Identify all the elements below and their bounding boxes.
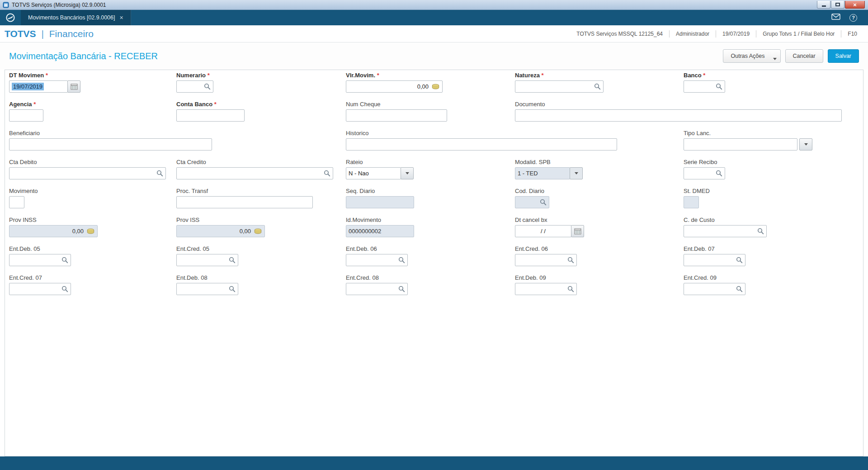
id-movimento-input: 0000000002 — [346, 225, 414, 237]
tab-close-icon[interactable]: × — [119, 14, 123, 21]
search-icon[interactable] — [398, 286, 405, 292]
field-c-de-custo: C. de Custo — [684, 216, 767, 237]
st-dmed-label: St. DMED — [684, 188, 710, 195]
natureza-input[interactable] — [515, 80, 604, 93]
beneficiario-label: Beneficiario — [9, 130, 212, 137]
outras-acoes-button[interactable]: Outras Ações — [723, 49, 780, 63]
movimento-input[interactable] — [9, 196, 24, 208]
num-cheque-input[interactable] — [346, 109, 447, 122]
search-icon[interactable] — [156, 170, 163, 177]
cta-debito-label: Cta Debito — [9, 159, 166, 166]
calendar-button[interactable] — [571, 225, 584, 237]
historico-input[interactable] — [346, 138, 617, 150]
cod-diario-label-text: Cod. Diario — [515, 188, 544, 194]
dropdown-button[interactable] — [401, 167, 414, 179]
ent-cred-09-input[interactable] — [684, 283, 745, 295]
search-icon[interactable] — [594, 83, 601, 90]
search-icon[interactable] — [204, 83, 211, 90]
search-icon[interactable] — [61, 257, 68, 263]
numerario-input[interactable] — [176, 80, 213, 93]
ent-deb-05-input[interactable] — [9, 254, 71, 266]
proc-transf-label-text: Proc. Transf — [176, 188, 208, 194]
ent-cred-05-input[interactable] — [176, 254, 238, 266]
page-toolbar: Movimentação Bancária - RECEBER Outras A… — [0, 42, 868, 70]
search-icon[interactable] — [736, 286, 743, 292]
required-asterisk: * — [375, 72, 379, 79]
dt-movimen-input[interactable]: 19/07/2019 — [9, 80, 68, 93]
search-icon[interactable] — [324, 170, 330, 177]
id-movimento-label-text: Id.Movimento — [346, 216, 381, 223]
vlr-movim-input[interactable]: 0,00 — [346, 80, 443, 93]
beneficiario-input[interactable] — [9, 138, 212, 150]
mail-icon[interactable] — [831, 14, 840, 22]
chevron-down-icon — [804, 143, 808, 146]
ent-deb-09-input[interactable] — [515, 283, 577, 295]
proc-transf-label: Proc. Transf — [176, 188, 313, 195]
dt-cancel-bx-input[interactable]: / / — [515, 225, 571, 237]
prov-iss-label-text: Prov ISS — [176, 216, 199, 223]
search-icon[interactable] — [757, 228, 764, 235]
help-icon[interactable]: ? — [849, 14, 857, 22]
search-icon[interactable] — [229, 286, 236, 292]
historico-label-text: Historico — [346, 130, 369, 136]
ent-deb-06-input[interactable] — [346, 254, 408, 266]
documento-input[interactable] — [515, 109, 842, 122]
calendar-button[interactable] — [67, 80, 80, 93]
ent-cred-08-input[interactable] — [346, 283, 408, 295]
tipo-lanc-input[interactable] — [684, 138, 797, 150]
search-icon[interactable] — [567, 286, 574, 292]
close-button[interactable]: × — [845, 1, 865, 9]
env-branch[interactable]: Grupo Totvs 1 / Filial Belo Hor — [756, 31, 841, 37]
ent-deb-08-label: Ent.Deb. 08 — [176, 274, 238, 282]
search-icon[interactable] — [736, 257, 743, 263]
c-de-custo-input[interactable] — [684, 225, 767, 237]
cta-credito-input[interactable] — [176, 167, 333, 179]
tab-movimentos-bancarios[interactable]: Movimentos Bancários [02.9.0006] × — [21, 10, 131, 25]
search-icon[interactable] — [716, 83, 722, 90]
ent-cred-06-input[interactable] — [515, 254, 577, 266]
cancelar-button[interactable]: Cancelar — [785, 49, 823, 63]
rateio-input[interactable]: N - Nao — [346, 167, 401, 179]
field-proc-transf: Proc. Transf — [176, 188, 313, 208]
ent-deb-06-label: Ent.Deb. 06 — [346, 245, 408, 253]
field-vlr-movim: Vlr.Movim. *0,00 — [346, 72, 443, 93]
cta-credito-label-text: Cta Credito — [176, 159, 206, 165]
search-icon[interactable] — [567, 257, 574, 263]
seq-diario-label: Seq. Diario — [346, 188, 414, 195]
proc-transf-input[interactable] — [176, 196, 313, 208]
field-id-movimento: Id.Movimento0000000002 — [346, 216, 414, 237]
agencia-input[interactable] — [9, 109, 43, 122]
serie-recibo-input[interactable] — [684, 167, 725, 179]
tipo-lanc-label: Tipo Lanc. — [684, 130, 812, 137]
conta-banco-input[interactable] — [176, 109, 245, 122]
search-icon[interactable] — [716, 170, 722, 177]
banco-input[interactable] — [684, 80, 725, 93]
brand-module: Financeiro — [49, 28, 94, 39]
dropdown-button[interactable] — [799, 138, 812, 150]
salvar-button[interactable]: Salvar — [828, 49, 859, 63]
ent-deb-08-input[interactable] — [176, 283, 238, 295]
cta-debito-label-text: Cta Debito — [9, 159, 37, 165]
env-fkey[interactable]: F10 — [841, 31, 863, 37]
ent-cred-07-input[interactable] — [9, 283, 71, 295]
required-asterisk: * — [540, 72, 544, 79]
search-icon[interactable] — [398, 257, 405, 263]
maximize-button[interactable] — [831, 1, 844, 9]
window-title: TOTVS Serviços (Microsiga) 02.9.0001 — [12, 2, 106, 8]
chevron-down-icon[interactable] — [769, 50, 780, 62]
field-ent-deb-05: Ent.Deb. 05 — [9, 245, 71, 266]
protheus-logo-icon[interactable] — [0, 10, 21, 25]
search-icon[interactable] — [61, 286, 68, 292]
ent-deb-07-label-text: Ent.Deb. 07 — [684, 245, 715, 252]
money-icon — [431, 84, 440, 90]
window-titlebar[interactable]: TOTVS Serviços (Microsiga) 02.9.0001 × — [0, 0, 868, 10]
field-historico: Historico — [346, 130, 617, 150]
minimize-button[interactable] — [817, 1, 830, 9]
search-icon[interactable] — [229, 257, 236, 263]
dt-cancel-bx-value: / / — [518, 228, 569, 235]
field-numerario: Numerario * — [176, 72, 213, 93]
ent-deb-07-input[interactable] — [684, 254, 745, 266]
cta-debito-input[interactable] — [9, 167, 166, 179]
chevron-down-icon — [406, 172, 409, 174]
dt-cancel-bx-label: Dt cancel bx — [515, 216, 584, 224]
